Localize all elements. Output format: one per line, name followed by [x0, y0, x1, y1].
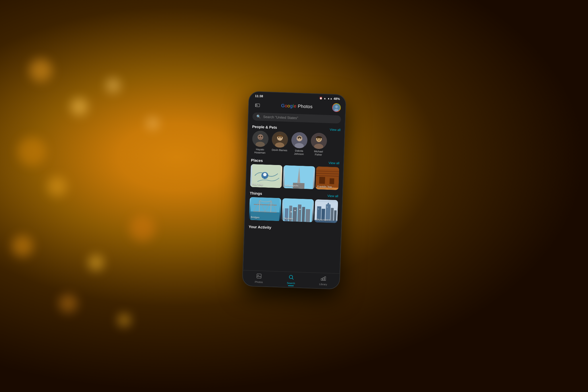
svg-rect-37	[319, 177, 325, 184]
place-map[interactable]: Your map	[250, 164, 283, 188]
thing-bridges-label: Bridges	[251, 216, 260, 219]
search-placeholder: Search "United States"	[263, 115, 298, 120]
places-view-all[interactable]: View all	[328, 161, 339, 165]
svg-rect-52	[293, 207, 297, 222]
nav-library-label: Library	[319, 283, 327, 286]
thing-skylines-label: Skylines	[283, 217, 293, 220]
cast-icon[interactable]	[254, 101, 262, 109]
svg-point-1	[256, 106, 256, 106]
app-title: Google Photos	[281, 103, 313, 109]
place-franklin[interactable]: Franklin Tow...	[316, 166, 339, 190]
person-michael-avatar	[311, 133, 327, 149]
svg-rect-74	[324, 277, 326, 280]
activity-section: Your Activity	[245, 223, 341, 234]
people-view-all[interactable]: View all	[330, 128, 341, 131]
svg-rect-55	[305, 209, 310, 222]
svg-rect-68	[257, 274, 261, 278]
svg-point-69	[258, 275, 259, 276]
things-view-all[interactable]: View all	[327, 194, 338, 198]
nav-search[interactable]: Search	[275, 274, 307, 287]
svg-rect-64	[330, 208, 334, 220]
svg-rect-62	[326, 204, 331, 221]
places-section-title: Places	[251, 158, 263, 162]
svg-rect-54	[302, 207, 305, 222]
alarm-icon: ⏰	[319, 97, 322, 100]
svg-rect-65	[334, 210, 336, 221]
thing-skyscrapers-label: Skyscrapers	[316, 218, 330, 221]
phone-frame: 11:38 ⏰ ▲ ▲▲ 48%	[242, 91, 347, 289]
search-bar[interactable]: 🔍 Search "United States"	[252, 112, 341, 124]
person-hayato-avatar	[252, 131, 269, 147]
svg-rect-66	[318, 209, 319, 209]
person-devin-name: Devin Barnes	[272, 148, 287, 152]
person-michael[interactable]: MichaelFisher	[310, 133, 328, 157]
thing-bridges[interactable]: Bridges	[249, 197, 281, 221]
battery-level: 48%	[334, 97, 340, 101]
svg-rect-57	[294, 210, 296, 211]
svg-rect-38	[330, 178, 334, 184]
nav-library[interactable]: Library	[307, 275, 339, 288]
person-dakota[interactable]: DakotaJohnson	[290, 132, 308, 156]
places-section: Places View all	[246, 157, 343, 190]
nav-photos[interactable]: Photos	[243, 273, 275, 286]
search-nav-icon	[288, 274, 294, 281]
people-row: HayatoHuseman	[247, 130, 345, 157]
person-dakota-avatar	[291, 132, 308, 149]
person-devin[interactable]: Devin Barnes	[271, 131, 289, 155]
phone-screen: 11:38 ⏰ ▲ ▲▲ 48%	[243, 92, 346, 289]
status-time: 11:38	[255, 94, 263, 98]
svg-line-43	[259, 200, 260, 211]
place-indy[interactable]: Indianapolis	[283, 165, 315, 189]
person-hayato-name: HayatoHuseman	[254, 148, 266, 154]
wifi-icon: ▲	[324, 97, 326, 100]
thing-skyscrapers[interactable]: Skyscrapers	[314, 199, 338, 223]
place-indy-label: Indianapolis	[285, 184, 298, 187]
svg-line-44	[271, 201, 271, 212]
search-icon: 🔍	[256, 115, 261, 119]
svg-rect-53	[297, 204, 301, 222]
svg-rect-67	[327, 207, 328, 207]
places-row: Your map Indianapolis	[246, 164, 343, 190]
person-devin-avatar	[272, 131, 288, 148]
activity-title: Your Activity	[249, 224, 271, 230]
people-pets-section: People & Pets View all	[247, 123, 345, 157]
nav-photos-label: Photos	[255, 280, 263, 284]
nav-search-label: Search	[287, 282, 295, 285]
content-area: People & Pets View all	[243, 123, 345, 273]
svg-line-71	[292, 278, 293, 280]
things-row: Bridges	[245, 197, 342, 223]
bottom-nav: Photos Search	[243, 270, 340, 289]
people-section-title: People & Pets	[252, 125, 277, 130]
svg-rect-56	[291, 211, 292, 212]
scene: 11:38 ⏰ ▲ ▲▲ 48%	[0, 0, 588, 392]
status-icons: ⏰ ▲ ▲▲ 48%	[319, 96, 340, 100]
svg-rect-58	[299, 209, 301, 209]
svg-rect-72	[321, 278, 322, 280]
things-section-title: Things	[250, 191, 262, 195]
person-michael-name: MichaelFisher	[314, 150, 323, 156]
person-hayato[interactable]: HayatoHuseman	[251, 131, 269, 155]
photos-icon	[256, 273, 262, 280]
place-franklin-label: Franklin Tow...	[317, 185, 334, 188]
things-section: Things View all	[245, 190, 342, 223]
signal-icon: ▲▲	[327, 97, 332, 100]
activity-header: Your Activity	[245, 223, 341, 234]
user-avatar[interactable]	[332, 103, 341, 112]
svg-rect-73	[323, 277, 324, 280]
person-dakota-name: DakotaJohnson	[294, 149, 304, 156]
nav-search-indicator	[288, 285, 294, 286]
place-map-label: Your map	[252, 183, 263, 186]
thing-skylines[interactable]: Skylines	[282, 198, 314, 222]
library-icon	[320, 275, 326, 282]
